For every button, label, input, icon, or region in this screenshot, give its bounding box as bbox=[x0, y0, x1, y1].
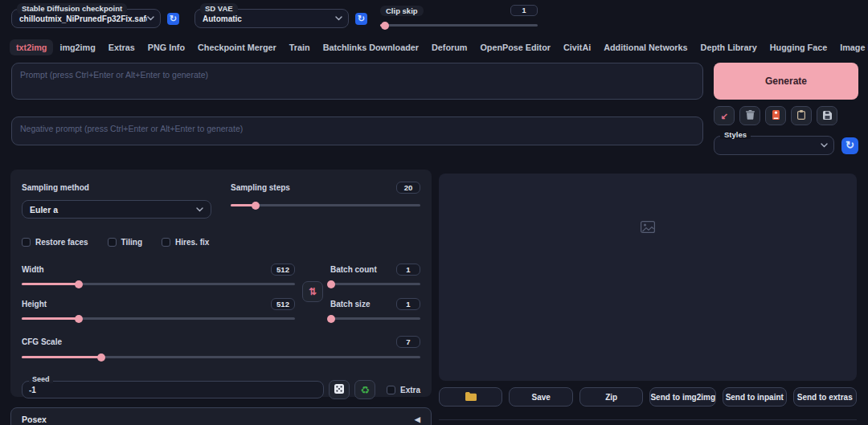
checkpoint-refresh-button[interactable]: ↻ bbox=[167, 13, 179, 25]
width-slider[interactable] bbox=[22, 283, 295, 285]
chevron-down-icon bbox=[335, 16, 342, 21]
reuse-seed-button[interactable]: ♻ bbox=[354, 380, 375, 399]
tab-image-browser[interactable]: Image Browser bbox=[833, 39, 868, 55]
dimensions-batch-row: Width Height bbox=[22, 263, 420, 320]
width-control: Width bbox=[22, 263, 295, 285]
send-to-inpaint-button[interactable]: Send to inpaint bbox=[723, 387, 786, 407]
clip-skip-slider[interactable] bbox=[380, 24, 538, 27]
slider-handle[interactable] bbox=[327, 280, 335, 288]
checkbox-icon bbox=[387, 386, 395, 394]
height-slider[interactable] bbox=[22, 317, 295, 320]
sampling-steps-value-input[interactable] bbox=[396, 182, 420, 194]
clip-skip-value-input[interactable] bbox=[510, 5, 538, 16]
chevron-down-icon bbox=[196, 207, 203, 212]
send-to-img2img-button[interactable]: Send to img2img bbox=[649, 387, 716, 407]
batch-size-slider[interactable] bbox=[330, 317, 420, 320]
sampling-steps-control: Sampling steps bbox=[231, 181, 420, 219]
batch-count-slider[interactable] bbox=[330, 283, 420, 285]
open-folder-button[interactable] bbox=[439, 387, 502, 407]
output-gallery[interactable] bbox=[439, 174, 857, 381]
batch-size-value-input[interactable] bbox=[396, 298, 420, 310]
save-button[interactable]: Save bbox=[509, 387, 572, 407]
slider-handle[interactable] bbox=[97, 353, 105, 362]
restore-faces-label: Restore faces bbox=[35, 238, 88, 247]
slider-handle[interactable] bbox=[381, 22, 389, 30]
clip-skip-control: Clip skip bbox=[380, 4, 538, 27]
prompt-textarea[interactable] bbox=[11, 63, 703, 100]
clear-prompt-button[interactable] bbox=[739, 106, 760, 125]
height-value-input[interactable] bbox=[271, 298, 295, 310]
tab-batchlinks-downloader[interactable]: Batchlinks Downloader bbox=[317, 39, 425, 55]
styles-refresh-button[interactable]: ↻ bbox=[841, 137, 858, 154]
main-section: Sampling method Euler a Sampling steps bbox=[0, 166, 868, 425]
generate-panel: Generate ↙ Sty bbox=[714, 63, 858, 155]
tab-train[interactable]: Train bbox=[283, 39, 317, 55]
vae-refresh-button[interactable]: ↻ bbox=[355, 13, 367, 25]
vae-value: Automatic bbox=[195, 14, 335, 23]
apply-styles-button[interactable] bbox=[791, 106, 812, 125]
zip-button[interactable]: Zip bbox=[579, 387, 643, 407]
sampling-method-dropdown[interactable]: Euler a bbox=[22, 200, 211, 219]
slider-handle[interactable] bbox=[252, 202, 260, 210]
slider-handle[interactable] bbox=[75, 280, 83, 288]
card-icon bbox=[772, 108, 780, 123]
main-tabs: txt2img img2img Extras PNG Info Checkpoi… bbox=[0, 37, 868, 58]
tab-civitai[interactable]: CivitAi bbox=[557, 39, 597, 55]
styles-label: Styles bbox=[720, 130, 751, 139]
cfg-scale-value-input[interactable] bbox=[396, 336, 420, 348]
image-placeholder-icon bbox=[641, 221, 655, 236]
random-seed-button[interactable] bbox=[329, 380, 350, 399]
dimensions-column: Width Height bbox=[22, 263, 295, 320]
cfg-scale-label: CFG Scale bbox=[22, 337, 62, 346]
tab-hugging-face[interactable]: Hugging Face bbox=[764, 39, 833, 55]
tab-deforum[interactable]: Deforum bbox=[425, 39, 473, 55]
slider-handle[interactable] bbox=[327, 315, 335, 323]
checkpoint-label: Stable Diffusion checkpoint bbox=[17, 3, 127, 14]
tab-txt2img[interactable]: txt2img bbox=[10, 39, 53, 55]
sampling-method-control: Sampling method Euler a bbox=[22, 181, 211, 219]
sampling-steps-slider[interactable] bbox=[231, 204, 420, 206]
tab-checkpoint-merger[interactable]: Checkpoint Merger bbox=[191, 39, 283, 55]
batch-count-value-input[interactable] bbox=[396, 264, 420, 276]
batch-size-label: Batch size bbox=[330, 300, 370, 309]
swap-width-height-button[interactable]: ⇅ bbox=[302, 281, 323, 302]
output-buttons: Save Zip Send to img2img Send to inpaint… bbox=[439, 387, 857, 407]
read-parameters-button[interactable]: ↙ bbox=[714, 106, 735, 125]
tab-depth-library[interactable]: Depth Library bbox=[694, 39, 764, 55]
extra-seed-label: Extra bbox=[400, 386, 420, 394]
slider-handle[interactable] bbox=[75, 315, 83, 323]
seed-input[interactable] bbox=[23, 386, 323, 394]
arrow-down-left-icon: ↙ bbox=[720, 111, 727, 121]
tab-openpose-editor[interactable]: OpenPose Editor bbox=[473, 39, 557, 55]
save-style-button[interactable] bbox=[817, 106, 837, 125]
extra-seed-checkbox[interactable]: Extra bbox=[387, 386, 420, 394]
trash-icon bbox=[746, 108, 755, 123]
checkpoint-dropdown[interactable]: Stable Diffusion checkpoint chilloutmix_… bbox=[11, 9, 161, 28]
tab-img2img[interactable]: img2img bbox=[53, 39, 101, 55]
height-control: Height bbox=[22, 297, 295, 320]
tab-png-info[interactable]: PNG Info bbox=[141, 39, 191, 55]
dice-icon bbox=[334, 382, 344, 397]
clip-skip-label: Clip skip bbox=[380, 6, 424, 16]
extra-networks-button[interactable] bbox=[765, 106, 786, 125]
checkbox-icon bbox=[162, 238, 170, 247]
posex-label: Posex bbox=[22, 415, 47, 424]
chevron-down-icon bbox=[147, 16, 154, 21]
styles-dropdown[interactable]: Styles bbox=[714, 136, 834, 155]
recycle-icon: ♻ bbox=[360, 385, 370, 395]
collapse-arrow-icon: ◀ bbox=[415, 415, 420, 423]
tab-extras[interactable]: Extras bbox=[102, 39, 141, 55]
vae-label: SD VAE bbox=[200, 3, 238, 14]
tiling-checkbox[interactable]: Tiling bbox=[108, 238, 142, 247]
send-to-extras-button[interactable]: Send to extras bbox=[793, 387, 857, 407]
width-value-input[interactable] bbox=[271, 264, 295, 276]
txt2img-settings-panel: Sampling method Euler a Sampling steps bbox=[10, 170, 432, 397]
posex-accordion[interactable]: Posex ◀ bbox=[10, 407, 432, 425]
vae-dropdown[interactable]: SD VAE Automatic bbox=[194, 9, 349, 28]
negative-prompt-textarea[interactable] bbox=[11, 116, 703, 145]
restore-faces-checkbox[interactable]: Restore faces bbox=[22, 238, 88, 247]
tab-additional-networks[interactable]: Additional Networks bbox=[597, 39, 694, 55]
hires-fix-checkbox[interactable]: Hires. fix bbox=[162, 238, 209, 247]
cfg-scale-slider[interactable] bbox=[22, 356, 420, 358]
generate-button[interactable]: Generate bbox=[714, 63, 858, 100]
